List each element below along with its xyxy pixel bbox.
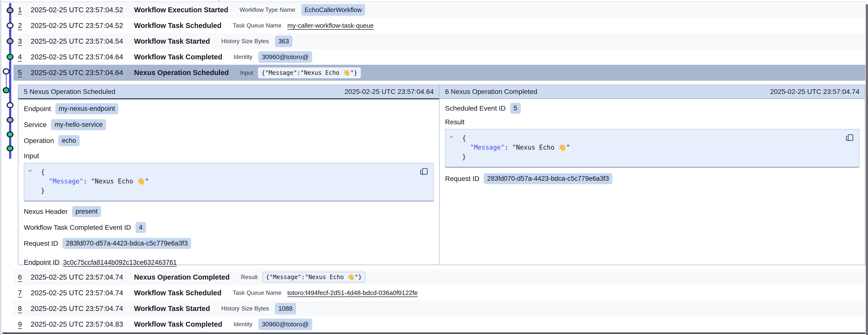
event-id-link[interactable]: 7 xyxy=(18,289,25,297)
detail-panel-timestamp: 2025-02-25 UTC 23:57:04.74 xyxy=(770,88,860,96)
task-queue-link[interactable]: totoro:f494fecf-2d51-4d48-bdcd-036a0f912… xyxy=(287,289,417,297)
event-attribute-label: Workflow Type Name xyxy=(240,6,295,13)
detail-field-wft-completed-event-id: Workflow Task Completed Event ID 4 xyxy=(24,222,434,233)
copy-icon xyxy=(845,133,854,142)
event-id-link[interactable]: 3 xyxy=(18,37,25,45)
event-row-1[interactable]: 1 2025-02-25 UTC 23:57:04.52 Workflow Ex… xyxy=(13,2,865,18)
event-attribute-label: Identity xyxy=(234,321,252,328)
field-label: Nexus Header xyxy=(24,208,68,216)
field-label: Endpoint xyxy=(24,105,51,113)
event-history-table-top: 1 2025-02-25 UTC 23:57:04.52 Workflow Ex… xyxy=(13,2,865,81)
detail-field-scheduled-event-id: Scheduled Event ID 5 xyxy=(445,103,860,114)
event-row-7[interactable]: 7 2025-02-25 UTC 23:57:04.74 Workflow Ta… xyxy=(13,285,865,301)
field-label: Endpoint ID xyxy=(24,258,60,266)
copy-icon xyxy=(420,167,428,176)
vertical-scrollbar-thumb[interactable] xyxy=(866,4,868,335)
event-id-link[interactable]: 4 xyxy=(18,53,25,61)
event-id-link[interactable]: 5 xyxy=(18,69,25,77)
field-label: Workflow Task Completed Event ID xyxy=(24,224,131,231)
event-name: Nexus Operation Scheduled xyxy=(134,69,229,77)
event-row-9[interactable]: 9 2025-02-25 UTC 23:57:04.83 Workflow Ta… xyxy=(13,316,865,332)
detail-field-nexus-header: Nexus Header present xyxy=(24,206,434,217)
copy-button[interactable] xyxy=(845,133,855,143)
event-attribute-label: Identity xyxy=(234,53,252,60)
page-left-border xyxy=(0,0,1,335)
event-timestamp: 2025-02-25 UTC 23:57:04.64 xyxy=(31,53,131,61)
detail-panel-title: 6 Nexus Operation Completed xyxy=(445,88,537,96)
json-value: "Nexus Echo 👋" xyxy=(512,144,570,151)
detail-panel-body: Endpoint my-nexus-endpoint Service my-he… xyxy=(19,103,439,268)
event-name: Workflow Execution Started xyxy=(134,6,228,14)
event-name: Workflow Task Started xyxy=(134,37,210,45)
event-attribute-label: History Size Bytes xyxy=(221,38,269,45)
event-name: Workflow Task Completed xyxy=(134,320,222,328)
json-line-open: { xyxy=(29,167,427,176)
event-name: Workflow Task Scheduled xyxy=(134,289,221,297)
event-row-6[interactable]: 6 2025-02-25 UTC 23:57:04.74 Nexus Opera… xyxy=(13,269,865,285)
copy-button[interactable] xyxy=(419,167,429,176)
field-value-badge: my-hello-service xyxy=(51,119,106,130)
event-id-link[interactable]: 6 xyxy=(18,273,25,281)
timeline-dot-7[interactable] xyxy=(7,102,13,108)
json-line-message: "Message": "Nexus Echo 👋" xyxy=(451,143,853,152)
timeline-dot-8[interactable] xyxy=(7,117,13,123)
event-timestamp: 2025-02-25 UTC 23:57:04.64 xyxy=(31,69,131,77)
event-attribute-value-badge: 30960@totoro@ xyxy=(258,318,312,330)
field-value-badge: 5 xyxy=(510,103,521,114)
detail-field-request-id: Request ID 283fd070-d57a-4423-bdca-c5c77… xyxy=(24,238,434,249)
event-history-table-bottom: 6 2025-02-25 UTC 23:57:04.74 Nexus Opera… xyxy=(13,269,865,332)
json-key: "Message" xyxy=(470,144,504,151)
event-payload-chip: {"Message":"Nexus Echo 👋"} xyxy=(258,67,361,78)
event-payload-chip: {"Message":"Nexus Echo 👋"} xyxy=(262,272,365,282)
event-attribute-label: Input xyxy=(240,69,253,76)
event-id-link[interactable]: 2 xyxy=(18,22,25,30)
event-attribute-label: Task Queue Name xyxy=(233,22,282,29)
timeline-dot-9[interactable] xyxy=(7,132,13,138)
input-section-label: Input xyxy=(24,152,434,160)
event-row-2[interactable]: 2 2025-02-25 UTC 23:57:04.52 Workflow Ta… xyxy=(13,18,865,33)
detail-field-request-id: Request ID 283fd070-d57a-4423-bdca-c5c77… xyxy=(445,173,860,184)
field-value-badge: present xyxy=(72,206,101,217)
field-label: Scheduled Event ID xyxy=(445,105,506,112)
detail-field-endpoint-id: Endpoint ID 3c0c75ccfa8144b092c13ce63246… xyxy=(24,257,434,268)
timeline-dot-6-branch[interactable] xyxy=(3,87,9,93)
event-id-link[interactable]: 9 xyxy=(18,320,25,328)
event-id-link[interactable]: 8 xyxy=(18,305,25,313)
detail-panel-header: 6 Nexus Operation Completed 2025-02-25 U… xyxy=(440,85,865,99)
timeline-dot-3[interactable] xyxy=(7,38,13,45)
field-value-badge: my-nexus-endpoint xyxy=(55,103,119,114)
event-row-4[interactable]: 4 2025-02-25 UTC 23:57:04.64 Workflow Ta… xyxy=(13,49,865,65)
timeline-dot-1[interactable] xyxy=(7,7,13,13)
timeline-dot-10[interactable] xyxy=(7,145,13,151)
json-separator: : xyxy=(83,177,91,185)
event-row-5-selected[interactable]: 5 2025-02-25 UTC 23:57:04.64 Nexus Opera… xyxy=(13,65,865,81)
event-attribute-label: History Size Bytes xyxy=(221,305,269,312)
detail-panel-body: Scheduled Event ID 5 Result { "Message":… xyxy=(440,103,865,184)
json-value: "Nexus Echo 👋" xyxy=(91,177,149,185)
event-timestamp: 2025-02-25 UTC 23:57:04.74 xyxy=(31,305,131,313)
event-attribute-value-badge: 363 xyxy=(275,35,292,47)
event-timestamp: 2025-02-25 UTC 23:57:04.74 xyxy=(31,273,131,281)
timeline-dot-4[interactable] xyxy=(7,54,13,60)
endpoint-id-link[interactable]: 3c0c75ccfa8144b092c13ce632463761 xyxy=(63,259,177,266)
event-timestamp: 2025-02-25 UTC 23:57:04.52 xyxy=(31,22,131,30)
timeline-dot-5-branch[interactable] xyxy=(3,68,9,75)
detail-panel-title: 5 Nexus Operation Scheduled xyxy=(24,88,116,96)
task-queue-link[interactable]: my-caller-workflow-task-queue xyxy=(287,22,374,29)
event-attribute-label: Result xyxy=(241,274,257,281)
event-name: Workflow Task Completed xyxy=(134,53,222,61)
json-key: "Message" xyxy=(49,177,83,185)
timeline-dot-2[interactable] xyxy=(7,23,13,29)
table-bottom-border xyxy=(2,333,865,334)
event-row-3[interactable]: 3 2025-02-25 UTC 23:57:04.54 Workflow Ta… xyxy=(13,33,865,49)
detail-panel-completed: 6 Nexus Operation Completed 2025-02-25 U… xyxy=(440,85,865,264)
event-timestamp: 2025-02-25 UTC 23:57:04.74 xyxy=(31,289,131,297)
json-separator: : xyxy=(504,144,512,151)
event-row-8[interactable]: 8 2025-02-25 UTC 23:57:04.74 Workflow Ta… xyxy=(13,301,865,316)
detail-panel-timestamp: 2025-02-25 UTC 23:57:04.64 xyxy=(345,88,434,96)
field-value-badge: echo xyxy=(58,135,80,146)
event-id-link[interactable]: 1 xyxy=(18,6,25,14)
event-attribute-value-badge: 30960@totoro@ xyxy=(258,51,312,63)
header-column-divider xyxy=(219,0,219,2)
field-value-badge: 4 xyxy=(135,222,146,233)
